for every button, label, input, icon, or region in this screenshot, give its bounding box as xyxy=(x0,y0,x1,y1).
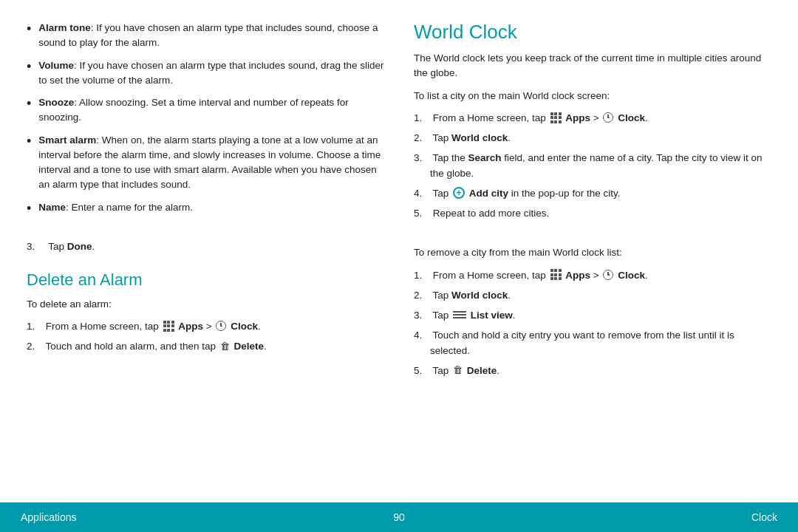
done-label: Done xyxy=(67,241,92,252)
delete-alarm-intro: To delete an alarm: xyxy=(27,297,384,312)
wc-list-step-4: 4. Tap + Add city in the pop-up for the … xyxy=(414,186,771,201)
world-clock-heading: World Clock xyxy=(414,21,771,44)
alarm-settings-list: Alarm tone: If you have chosen an alarm … xyxy=(27,21,384,226)
bullet-name: Name: Enter a name for the alarm. xyxy=(27,200,384,219)
world-clock-list-steps: 1. From a Home screen, tap Apps > Clock.… xyxy=(414,111,771,227)
step-num-3: 3. xyxy=(27,239,43,254)
term-alarm-tone: Alarm tone xyxy=(38,22,91,33)
footer-page-number: 90 xyxy=(393,511,405,523)
listview-icon xyxy=(453,310,466,320)
world-clock-remove-steps: 1. From a Home screen, tap Apps > Clock.… xyxy=(414,268,771,384)
bullet-snooze: Snooze: Allow snoozing. Set a time inter… xyxy=(27,95,384,126)
wc-list-step-3: 3. Tap the Search field, and enter the n… xyxy=(414,151,771,181)
plus-icon: + xyxy=(453,187,465,199)
term-name: Name xyxy=(38,202,66,213)
delete-alarm-steps: 1. From a Home screen, tap Apps > Clock.… xyxy=(27,319,384,360)
term-snooze: Snooze xyxy=(38,97,74,108)
wc-list-step-5: 5. Repeat to add more cities. xyxy=(414,206,771,221)
wc-list-step-2: 2. Tap World clock. xyxy=(414,131,771,146)
apps-icon-wc2 xyxy=(550,269,562,280)
wc-list-step-1: 1. From a Home screen, tap Apps > Clock. xyxy=(414,111,771,126)
list-section-intro: To list a city on the main World clock s… xyxy=(414,89,771,103)
delete-alarm-heading: Delete an Alarm xyxy=(27,270,384,290)
bullet-volume: Volume: If you have chosen an alarm type… xyxy=(27,58,384,89)
footer-left-label: Applications xyxy=(21,511,77,523)
term-smart-alarm: Smart alarm xyxy=(38,134,96,146)
delete-icon-wc: 🗑 xyxy=(453,363,463,378)
wc-remove-step-1: 1. From a Home screen, tap Apps > Clock. xyxy=(414,268,771,283)
clock-icon-wc2 xyxy=(603,270,613,280)
wc-remove-step-4: 4. Touch and hold a city entry you want … xyxy=(414,328,771,358)
clock-icon xyxy=(216,321,226,331)
bullet-smart-alarm: Smart alarm: When on, the alarm starts p… xyxy=(27,133,384,193)
world-clock-intro: The World clock lets you keep track of t… xyxy=(414,51,771,81)
footer-right-label: Clock xyxy=(751,511,777,523)
remove-section-intro: To remove a city from the main World clo… xyxy=(414,245,771,260)
wc-remove-step-3: 3. Tap List view. xyxy=(414,308,771,323)
wc-remove-step-5: 5. Tap 🗑 Delete. xyxy=(414,364,771,378)
delete-step-1: 1. From a Home screen, tap Apps > Clock. xyxy=(27,319,384,334)
wc-remove-step-2: 2. Tap World clock. xyxy=(414,288,771,303)
delete-icon: 🗑 xyxy=(220,339,230,354)
term-volume: Volume xyxy=(38,60,74,71)
delete-step-2: 2. Touch and hold an alarm, and then tap… xyxy=(27,339,384,354)
left-column: Alarm tone: If you have chosen an alarm … xyxy=(27,21,384,489)
apps-icon xyxy=(163,321,174,332)
bullet-alarm-tone: Alarm tone: If you have chosen an alarm … xyxy=(27,21,384,51)
right-column: World Clock The World clock lets you kee… xyxy=(414,21,771,489)
footer-bar: Applications 90 Clock xyxy=(0,502,798,532)
apps-icon-wc1 xyxy=(550,112,562,123)
tap-done-step: 3. Tap Done. xyxy=(27,239,384,254)
clock-icon-wc1 xyxy=(603,112,613,123)
